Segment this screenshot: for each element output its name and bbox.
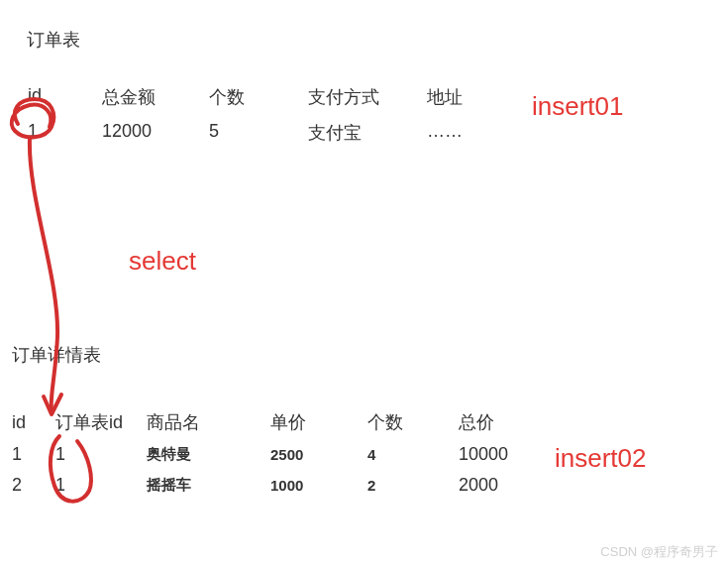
table2-cell-count: 4	[367, 446, 459, 463]
table2-cell-id: 1	[12, 444, 55, 465]
table1-cell-count: 5	[209, 121, 308, 145]
table2-header-orderid: 订单表id	[55, 410, 147, 434]
table1-header-address: 地址	[427, 85, 506, 109]
table1: id 总金额 个数 支付方式 地址 1 12000 5 支付宝 ……	[28, 85, 506, 157]
table1-cell-paymethod: 支付宝	[308, 121, 427, 145]
table2-data-row: 1 1 奥特曼 2500 4 10000	[12, 444, 538, 465]
table1-cell-address: ……	[427, 121, 506, 145]
table2-header-total: 总价	[459, 410, 538, 434]
table2-cell-total: 10000	[459, 444, 538, 465]
table2-header-count: 个数	[367, 410, 459, 434]
table1-header-total: 总金额	[102, 85, 209, 109]
table1-header-paymethod: 支付方式	[308, 85, 427, 109]
table2-header-id: id	[12, 412, 55, 433]
table2-cell-id: 2	[12, 475, 55, 496]
table2-cell-price: 2500	[270, 446, 367, 463]
arrow-annotation-icon	[30, 139, 57, 411]
table2-cell-total: 2000	[459, 475, 538, 496]
table2-title: 订单详情表	[12, 343, 101, 367]
table2-header-product: 商品名	[147, 410, 270, 434]
table1-cell-total: 12000	[102, 121, 209, 145]
table2-header-price: 单价	[270, 410, 367, 434]
watermark: CSDN @程序奇男子	[600, 543, 718, 561]
table2-header-row: id 订单表id 商品名 单价 个数 总价	[12, 410, 538, 434]
table1-cell-id: 1	[28, 121, 102, 145]
table2-cell-product: 奥特曼	[147, 445, 270, 464]
table2-cell-orderid: 1	[55, 444, 147, 465]
table2: id 订单表id 商品名 单价 个数 总价 1 1 奥特曼 2500 4 100…	[12, 410, 538, 506]
table1-header-count: 个数	[209, 85, 308, 109]
table1-header-row: id 总金额 个数 支付方式 地址	[28, 85, 506, 109]
table1-title: 订单表	[27, 28, 80, 52]
table2-cell-orderid: 1	[55, 475, 147, 496]
table1-header-id: id	[28, 85, 102, 109]
table2-cell-price: 1000	[270, 477, 367, 494]
table2-cell-product: 摇摇车	[147, 476, 270, 495]
select-label: select	[129, 246, 196, 277]
table1-data-row: 1 12000 5 支付宝 ……	[28, 121, 506, 145]
table2-data-row: 2 1 摇摇车 1000 2 2000	[12, 475, 538, 496]
insert01-label: insert01	[532, 91, 624, 122]
insert02-label: insert02	[555, 443, 647, 474]
table2-cell-count: 2	[367, 477, 459, 494]
